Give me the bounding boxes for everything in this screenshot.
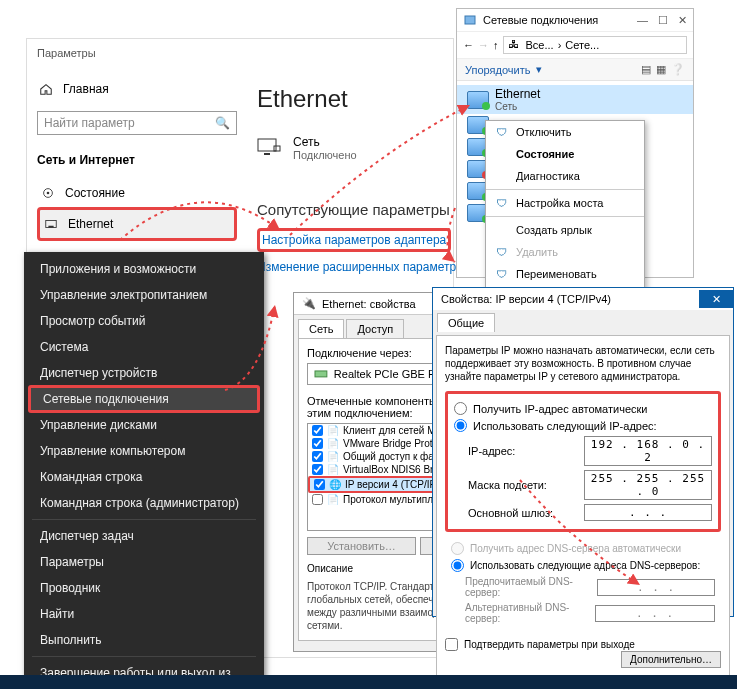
- adapter-settings-link[interactable]: Настройка параметров адаптера: [257, 228, 451, 252]
- home-icon: [39, 82, 53, 96]
- nc-toolbar: Упорядочить▾ ▤ ▦ ❔: [457, 59, 693, 81]
- dns-group: Получить адрес DNS-сервера автоматически…: [445, 536, 721, 630]
- cm-compmgr[interactable]: Управление компьютером: [24, 438, 264, 464]
- view2-icon[interactable]: ▦: [656, 63, 666, 76]
- search-input[interactable]: Найти параметр 🔍: [37, 111, 237, 135]
- install-button[interactable]: Установить…: [307, 537, 416, 555]
- close-icon[interactable]: ✕: [699, 290, 733, 308]
- cm-search[interactable]: Найти: [24, 601, 264, 627]
- radio-ip-auto[interactable]: Получить IP-адрес автоматически: [454, 400, 712, 417]
- cm-netconn[interactable]: Сетевые подключения: [28, 385, 260, 413]
- comp-check[interactable]: [312, 425, 323, 436]
- cm-power[interactable]: Управление электропитанием: [24, 282, 264, 308]
- radio[interactable]: [454, 419, 467, 432]
- status-icon: [41, 186, 55, 200]
- cm-run[interactable]: Выполнить: [24, 627, 264, 653]
- organize-btn[interactable]: Упорядочить: [465, 64, 530, 76]
- ip-input[interactable]: 192 . 168 . 0 . 2: [584, 436, 712, 466]
- ncx-sep2: [486, 216, 644, 217]
- shield-icon: 🛡: [496, 268, 508, 280]
- nc-icon: [463, 13, 477, 27]
- radio-ip-manual[interactable]: Использовать следующий IP-адрес:: [454, 417, 712, 434]
- shield-icon: 🛡: [496, 197, 508, 209]
- ipv4-titlebar: Свойства: IP версии 4 (TCP/IPv4) ✕: [433, 288, 733, 310]
- comp-check[interactable]: [312, 451, 323, 462]
- ncx-shortcut[interactable]: Создать ярлык: [486, 219, 644, 241]
- page-heading: Ethernet: [257, 85, 452, 113]
- confirm-check-row[interactable]: Подтвердить параметры при выходе: [445, 638, 635, 651]
- up-icon[interactable]: ↑: [493, 39, 499, 51]
- comp-check[interactable]: [314, 479, 325, 490]
- ncx-bridge[interactable]: 🛡Настройка моста: [486, 192, 644, 214]
- dns2-input[interactable]: . . .: [595, 605, 715, 622]
- related-heading: Сопутствующие параметры: [257, 201, 452, 218]
- radio-dns-auto: Получить адрес DNS-сервера автоматически: [451, 540, 715, 557]
- nc-title-text: Сетевые подключения: [483, 14, 598, 26]
- cm-cmdadm[interactable]: Командная строка (администратор): [24, 490, 264, 516]
- view-icon[interactable]: ▤: [641, 63, 651, 76]
- extended-settings-link[interactable]: Изменение расширенных параметров: [257, 260, 452, 274]
- ipv4-intro: Параметры IP можно назначать автоматичес…: [445, 344, 721, 383]
- cm-system[interactable]: Система: [24, 334, 264, 360]
- help-icon[interactable]: ❔: [671, 63, 685, 76]
- fwd-icon[interactable]: →: [478, 39, 489, 51]
- ethernet-icon: [44, 217, 58, 231]
- nav-home[interactable]: Главная: [37, 77, 237, 101]
- minimize-icon[interactable]: —: [637, 14, 648, 27]
- nav-status[interactable]: Состояние: [37, 179, 237, 207]
- radio[interactable]: [451, 559, 464, 572]
- mask-row: Маска подсети:255 . 255 . 255 . 0: [468, 468, 712, 502]
- settings-title: Параметры: [37, 47, 237, 59]
- shield-icon: 🛡: [496, 246, 508, 258]
- advanced-button[interactable]: Дополнительно…: [621, 651, 721, 668]
- shield-icon: 🛡: [496, 126, 508, 138]
- ip-group: Получить IP-адрес автоматически Использо…: [445, 391, 721, 532]
- cm-cmd[interactable]: Командная строка: [24, 464, 264, 490]
- comp-check[interactable]: [312, 464, 323, 475]
- cm-devmgr[interactable]: Диспетчер устройств: [24, 360, 264, 386]
- tab-network[interactable]: Сеть: [298, 319, 344, 338]
- ncx-sep1: [486, 189, 644, 190]
- close-icon[interactable]: ✕: [678, 14, 687, 27]
- ncx-delete[interactable]: 🛡Удалить: [486, 241, 644, 263]
- crumb-all[interactable]: Все...: [526, 39, 554, 51]
- ncx-disable[interactable]: 🛡Отключить: [486, 121, 644, 143]
- gateway-input[interactable]: . . .: [584, 504, 712, 521]
- adapter-ethernet[interactable]: Ethernet Сеть: [457, 85, 693, 114]
- cm-taskmgr[interactable]: Диспетчер задач: [24, 523, 264, 549]
- gw-row: Основной шлюз: . . .: [468, 502, 712, 523]
- ncx-rename[interactable]: 🛡Переименовать: [486, 263, 644, 285]
- cm-apps[interactable]: Приложения и возможности: [24, 256, 264, 282]
- radio-dns-manual[interactable]: Использовать следующие адреса DNS-сервер…: [451, 557, 715, 574]
- adapter-name: Ethernet: [495, 87, 540, 101]
- nav-ethernet[interactable]: Ethernet: [37, 207, 237, 241]
- ipv4-body: Параметры IP можно назначать автоматичес…: [436, 335, 730, 677]
- svg-point-1: [47, 192, 50, 195]
- cm-events[interactable]: Просмотр событий: [24, 308, 264, 334]
- cm-sep1: [32, 519, 256, 520]
- tab-access[interactable]: Доступ: [346, 319, 404, 338]
- comp-check[interactable]: [312, 438, 323, 449]
- comp-check[interactable]: [312, 494, 323, 505]
- tab-general[interactable]: Общие: [437, 313, 495, 332]
- nc-addressbar[interactable]: ← → ↑ 🖧 Все...› Сете...: [457, 32, 693, 59]
- ncx-status[interactable]: Состояние: [486, 143, 644, 165]
- dns1-input[interactable]: . . .: [597, 579, 715, 596]
- confirm-checkbox[interactable]: [445, 638, 458, 651]
- cm-diskmgr[interactable]: Управление дисками: [24, 412, 264, 438]
- radio[interactable]: [454, 402, 467, 415]
- svg-rect-5: [264, 153, 270, 155]
- cm-explorer[interactable]: Проводник: [24, 575, 264, 601]
- cm-settings[interactable]: Параметры: [24, 549, 264, 575]
- chevron-down-icon: ▾: [536, 63, 542, 76]
- svg-rect-7: [465, 16, 475, 24]
- mask-input[interactable]: 255 . 255 . 255 . 0: [584, 470, 712, 500]
- back-icon[interactable]: ←: [463, 39, 474, 51]
- maximize-icon[interactable]: ☐: [658, 14, 668, 27]
- ncx-diag[interactable]: Диагностика: [486, 165, 644, 187]
- network-status-row[interactable]: Сеть Подключено: [257, 135, 452, 161]
- nav-ethernet-label: Ethernet: [68, 217, 113, 231]
- crumb-net[interactable]: Сете...: [565, 39, 599, 51]
- taskbar[interactable]: [0, 675, 737, 689]
- dns2-row: Альтернативный DNS-сервер: . . .: [465, 600, 715, 626]
